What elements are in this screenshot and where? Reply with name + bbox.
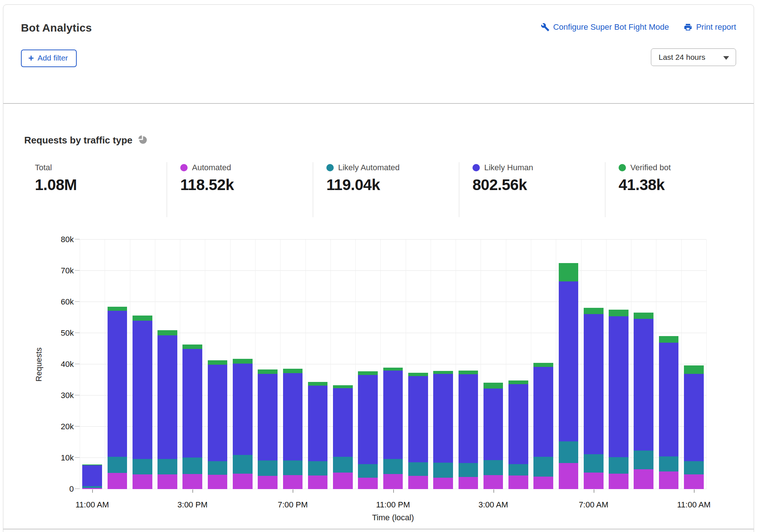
gridline (456, 240, 456, 489)
bar-12:00 PM[interactable] (108, 240, 127, 489)
bar-10:00 PM[interactable] (358, 240, 378, 489)
bar-segment-likely-automated (283, 460, 303, 475)
bar-segment-verified-bot (358, 371, 378, 375)
x-tick (192, 489, 193, 493)
bar-9:00 AM[interactable] (634, 240, 653, 489)
bar-6:00 PM[interactable] (258, 240, 278, 489)
bar-segment-verified-bot (108, 307, 127, 311)
x-tick (694, 489, 695, 493)
likely-automated-legend-dot (326, 164, 334, 171)
bar-segment-likely-automated (157, 459, 177, 474)
bar-1:00 PM[interactable] (133, 240, 152, 489)
bar-segment-likely-human (659, 343, 679, 456)
bar-7:00 PM[interactable] (283, 240, 303, 489)
bar-segment-verified-bot (483, 383, 503, 389)
verified-bot-legend-dot (619, 164, 626, 171)
bar-segment-verified-bot (459, 371, 478, 374)
gridline (280, 240, 280, 489)
gridline (431, 240, 431, 489)
bar-6:00 AM[interactable] (559, 240, 579, 489)
bar-segment-verified-bot (133, 316, 152, 321)
bar-1:00 AM[interactable] (433, 240, 453, 489)
print-report-link[interactable]: Print report (684, 22, 736, 32)
configure-super-bot-fight-mode-link[interactable]: Configure Super Bot Fight Mode (541, 22, 669, 32)
bar-segment-automated (358, 478, 378, 489)
stat-total: Total 1.08M (24, 162, 167, 217)
bar-11:00 AM[interactable] (82, 240, 102, 489)
bar-segment-likely-human (684, 374, 704, 462)
y-tick-label: 50k (61, 328, 74, 338)
bot-analytics-card: Bot Analytics Configure Super Bot Fight … (3, 4, 754, 532)
bar-4:00 PM[interactable] (208, 240, 228, 489)
y-tick-label: 0 (69, 484, 74, 494)
gridline (130, 240, 130, 489)
bar-segment-likely-automated (408, 462, 428, 476)
card-header: Bot Analytics Configure Super Bot Fight … (3, 5, 754, 104)
gridline (255, 240, 256, 489)
x-axis-title: Time (local) (80, 513, 706, 522)
bar-segment-verified-bot (233, 359, 253, 364)
bar-5:00 PM[interactable] (233, 240, 253, 489)
y-tick-label: 60k (61, 297, 74, 307)
bar-8:00 PM[interactable] (308, 240, 328, 489)
bar-segment-likely-automated (684, 461, 704, 474)
bar-segment-likely-human (208, 365, 228, 461)
add-filter-button[interactable]: + Add filter (21, 50, 77, 67)
page-title: Bot Analytics (21, 22, 92, 34)
bar-segment-verified-bot (408, 373, 428, 376)
bar-segment-automated (634, 469, 653, 489)
bar-segment-automated (508, 475, 528, 489)
bar-2:00 PM[interactable] (157, 240, 177, 489)
likely-human-legend-dot (472, 164, 480, 171)
bar-segment-verified-bot (559, 263, 579, 281)
bar-10:00 AM[interactable] (659, 240, 679, 489)
bar-segment-verified-bot (182, 345, 202, 349)
bar-12:00 AM[interactable] (408, 240, 428, 489)
bar-segment-likely-automated (533, 457, 553, 477)
x-tick (393, 489, 394, 493)
bar-segment-automated (559, 463, 579, 489)
bar-segment-verified-bot (634, 313, 653, 319)
bar-segment-verified-bot (508, 380, 528, 384)
time-range-value: Last 24 hours (659, 53, 705, 62)
bar-segment-likely-human (157, 335, 177, 459)
bar-segment-verified-bot (433, 371, 453, 374)
bar-segment-verified-bot (659, 336, 679, 343)
gridline (556, 240, 556, 489)
bar-segment-likely-human (483, 389, 503, 460)
bar-segment-verified-bot (684, 365, 704, 374)
bar-9:00 PM[interactable] (333, 240, 353, 489)
section-title-row: Requests by traffic type (24, 135, 148, 146)
bar-segment-likely-human (308, 386, 328, 461)
bar-segment-verified-bot (157, 330, 177, 335)
bar-segment-likely-automated (182, 458, 202, 474)
bar-segment-likely-human (459, 374, 478, 463)
bar-segment-likely-automated (659, 456, 679, 472)
bar-segment-likely-automated (609, 457, 629, 474)
y-axis-title: Requests (34, 240, 44, 489)
bar-segment-likely-automated (333, 457, 353, 473)
bar-segment-verified-bot (533, 363, 553, 367)
y-tick (75, 239, 80, 240)
bar-segment-likely-human (559, 281, 579, 441)
bar-11:00 PM[interactable] (383, 240, 403, 489)
bar-5:00 AM[interactable] (533, 240, 553, 489)
time-range-select[interactable]: Last 24 hours (651, 48, 736, 66)
bar-11:00 AM[interactable] (684, 240, 704, 489)
x-tick-label: 11:00 PM (376, 500, 410, 510)
x-tick (493, 489, 494, 493)
bar-3:00 AM[interactable] (483, 240, 503, 489)
bar-3:00 PM[interactable] (182, 240, 202, 489)
y-tick (75, 332, 80, 333)
bar-8:00 AM[interactable] (609, 240, 629, 489)
bar-segment-likely-human (233, 364, 253, 455)
bar-segment-likely-human (358, 375, 378, 464)
bar-4:00 AM[interactable] (508, 240, 528, 489)
bar-segment-likely-automated (233, 455, 253, 474)
bar-segment-likely-human (258, 374, 278, 460)
bar-segment-likely-automated (258, 460, 278, 476)
bar-7:00 AM[interactable] (584, 240, 604, 489)
bar-segment-likely-automated (584, 454, 604, 473)
bar-2:00 AM[interactable] (459, 240, 478, 489)
stat-likely-human-value: 802.56k (472, 176, 605, 194)
